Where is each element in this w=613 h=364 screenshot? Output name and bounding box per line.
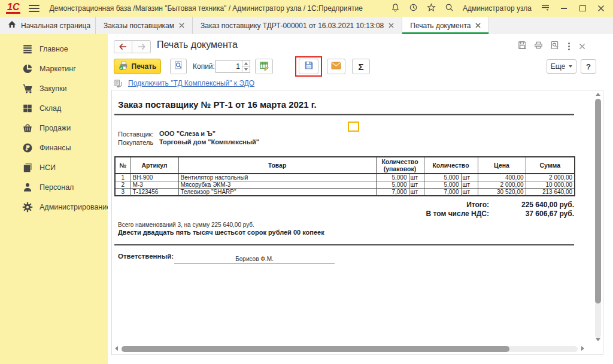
sidebar-item-label: Склад — [40, 104, 61, 113]
chevron-down-icon — [569, 65, 572, 68]
more-button-label: Еще — [551, 62, 565, 71]
sidebar-item-finance[interactable]: Финансы — [0, 138, 108, 157]
table-row: 1 ВН-900 Вентилятор настольный 5,000 шт … — [115, 174, 575, 181]
amount-in-words: Двести двадцать пять тысяч шестьсот соро… — [118, 229, 324, 236]
cell-selection-marker — [348, 122, 359, 132]
main-menu-icon[interactable] — [29, 5, 40, 12]
current-user[interactable]: Администратор узла — [463, 4, 532, 13]
service-menu-icon[interactable] — [541, 2, 550, 14]
scroll-right-arrow[interactable] — [581, 346, 584, 351]
vertical-scrollbar[interactable] — [595, 99, 601, 338]
tab-supplier-orders[interactable]: Заказы поставщикам — [96, 17, 193, 34]
sidebar-item-warehouse[interactable]: Склад — [0, 98, 108, 118]
maximize-button[interactable] — [578, 4, 587, 13]
sidebar-item-label: Закупки — [40, 84, 67, 93]
sidebar-item-label: Маркетинг — [40, 65, 76, 73]
person-icon — [22, 182, 33, 193]
basket-icon — [22, 123, 33, 134]
total-row: Итого: 225 640,00 руб. — [114, 201, 574, 209]
supplier-value: ООО "Слеза и Ъ" — [159, 130, 216, 137]
tab-close-icon[interactable] — [389, 23, 394, 28]
page-title: Печать документа — [157, 40, 238, 50]
sidebar-item-marketing[interactable]: Маркетинг — [0, 59, 108, 78]
sidebar-item-label: Администрирование — [40, 203, 111, 211]
scroll-down-arrow[interactable] — [596, 338, 600, 341]
vat-label: В том числе НДС: — [426, 210, 489, 218]
menu-lines-icon — [22, 44, 33, 54]
table-row: 2 М-3 Мясорубка ЭКМ-3 5,000 шт 5,000 шт … — [115, 181, 575, 189]
col-qty: Количество — [424, 157, 478, 174]
col-sku: Артикул — [131, 157, 178, 174]
buyer-label: Покупатель — [118, 139, 153, 146]
horizontal-scrollbar[interactable] — [122, 346, 578, 352]
stepper-down-button[interactable] — [242, 66, 250, 73]
print-button-label: Печать — [132, 62, 157, 71]
back-button[interactable] — [114, 40, 132, 53]
col-sum: Сумма — [526, 157, 575, 174]
forward-button[interactable] — [132, 40, 151, 53]
history-icon[interactable] — [409, 3, 418, 14]
notifications-bell-icon[interactable] — [391, 3, 400, 14]
sidebar-item-label: Продажи — [40, 124, 71, 132]
document-preview-area[interactable]: Заказ поставщику № РТ-1 от 16 марта 2021… — [111, 90, 603, 355]
print-button[interactable]: Печать — [114, 59, 161, 74]
home-icon — [8, 20, 16, 31]
more-button[interactable]: Еще — [547, 59, 576, 74]
application-window: 1С Демонстрационная база /Магазин "Бытов… — [0, 0, 613, 364]
print-icon[interactable] — [534, 41, 543, 52]
scroll-left-arrow[interactable] — [115, 346, 118, 351]
sidebar-item-nsi[interactable]: НСИ — [0, 157, 108, 177]
items-table: № Артикул Товар Количество (упаковок) Ко… — [114, 156, 575, 196]
copies-input[interactable] — [216, 60, 242, 72]
table-settings-button[interactable] — [255, 59, 273, 74]
sidebar-item-purchases[interactable]: Закупки — [0, 78, 108, 98]
close-window-button[interactable] — [596, 4, 606, 13]
more-options-kebab-icon[interactable] — [566, 43, 572, 50]
responsible-label: Ответственный: — [118, 253, 174, 260]
save-floppy-icon — [304, 60, 314, 72]
pie-chart-icon — [22, 63, 33, 74]
minimize-button[interactable] — [559, 4, 569, 13]
save-settings-icon[interactable] — [518, 41, 527, 52]
horizontal-scrollbar-thumb[interactable] — [122, 346, 509, 352]
sum-button[interactable]: Σ — [352, 59, 370, 74]
gear-icon — [22, 202, 33, 213]
sidebar-item-sales[interactable]: Продажи — [0, 118, 108, 138]
find-in-document-icon[interactable] — [550, 41, 559, 52]
scroll-up-arrow[interactable] — [596, 93, 600, 96]
edo-icon — [114, 79, 123, 90]
favorites-star-icon[interactable] — [427, 3, 436, 14]
tab-close-icon[interactable] — [179, 23, 184, 28]
total-value: 225 640,00 руб. — [489, 201, 574, 209]
window-title: Демонстрационная база /Магазин "Бытовая … — [49, 4, 363, 13]
tab-label: Заказ поставщику ТДРТ-000001 от 16.03.20… — [201, 22, 384, 30]
copies-label: Копий: — [193, 62, 215, 71]
stepper-up-button[interactable] — [242, 60, 250, 66]
tab-close-icon[interactable] — [475, 23, 481, 28]
footer-divider — [114, 244, 574, 245]
sidebar-item-label: Финансы — [40, 144, 71, 152]
title-bar: 1С Демонстрационная база /Магазин "Бытов… — [0, 0, 613, 17]
items-summary: Всего наименований 3, на сумму 225 640,0… — [118, 222, 254, 228]
close-form-icon[interactable] — [579, 41, 585, 52]
sidebar-item-administration[interactable]: Администрирование — [0, 197, 108, 217]
tab-label: Заказы поставщикам — [104, 22, 174, 30]
tab-label: Начальная страница — [21, 22, 90, 30]
sidebar-item-personnel[interactable]: Персонал — [0, 177, 108, 197]
edo-connect-link[interactable]: Подключить "ТД Комплексный" к ЭДО — [128, 79, 254, 87]
preview-button[interactable] — [170, 59, 187, 74]
sidebar-item-main[interactable]: Главное — [0, 39, 108, 59]
save-button[interactable] — [299, 59, 318, 74]
help-button[interactable]: ? — [581, 59, 596, 74]
vertical-scrollbar-thumb[interactable] — [595, 99, 601, 304]
table-edit-icon — [259, 60, 269, 73]
send-email-button[interactable] — [327, 59, 345, 74]
grid-icon — [22, 103, 33, 114]
col-price: Цена — [478, 157, 526, 174]
printer-icon — [119, 60, 129, 72]
envelope-icon — [331, 61, 341, 72]
tab-home[interactable]: Начальная страница — [0, 17, 96, 34]
search-icon[interactable] — [445, 3, 454, 14]
tab-supplier-order-document[interactable]: Заказ поставщику ТДРТ-000001 от 16.03.20… — [193, 17, 402, 34]
tab-print-document[interactable]: Печать документа — [402, 17, 489, 34]
